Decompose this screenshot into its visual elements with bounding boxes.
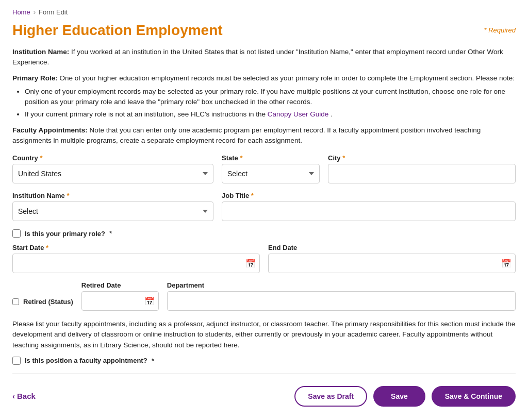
- department-label: Department: [167, 281, 516, 289]
- primary-role-info: Primary Role: One of your higher educati…: [12, 73, 516, 120]
- jobtitle-group: Job Title *: [222, 192, 516, 221]
- jobtitle-input[interactable]: [222, 201, 516, 221]
- faculty-appointment-checkbox[interactable]: [12, 357, 21, 365]
- startdate-group: Start Date * 📅: [12, 244, 260, 273]
- city-group: City *: [328, 154, 516, 183]
- institution-select-wrapper: Select: [12, 201, 213, 221]
- faculty-appointments-info: Faculty Appointments: Note that you can …: [12, 125, 516, 146]
- required-note: * Required: [484, 26, 516, 34]
- back-button[interactable]: ‹ Back: [12, 392, 36, 400]
- retired-row: Retired (Status) Retired Date 📅 Departme…: [12, 281, 516, 311]
- retired-checkbox-group: Retired (Status): [12, 281, 73, 306]
- country-group: Country * United States Canada Other: [12, 154, 213, 183]
- state-group: State * Select Alabama Alaska Arizona: [222, 154, 320, 183]
- enddate-input[interactable]: [268, 254, 516, 273]
- breadcrumb: Home › Form Edit: [12, 8, 516, 16]
- country-select[interactable]: United States Canada Other: [12, 164, 213, 183]
- institution-name-label: Institution Name:: [12, 48, 69, 56]
- faculty-appointment-row: Is this position a faculty appointment? …: [12, 357, 516, 365]
- retired-date-group: Retired Date 📅: [81, 281, 159, 311]
- country-label: Country *: [12, 154, 213, 162]
- primary-role-checkbox-label: Is this your primary role?: [25, 230, 105, 238]
- enddate-group: End Date 📅: [268, 244, 516, 273]
- canopy-user-guide-link[interactable]: Canopy User Guide: [268, 110, 329, 118]
- jobtitle-label: Job Title *: [222, 192, 516, 199]
- save-button[interactable]: Save: [373, 386, 425, 407]
- startdate-label: Start Date *: [12, 244, 260, 251]
- faculty-label: Faculty Appointments:: [12, 126, 88, 134]
- city-input[interactable]: [328, 164, 516, 183]
- startdate-input[interactable]: [12, 254, 260, 273]
- institution-name-text: If you worked at an institution in the U…: [12, 48, 503, 66]
- state-label: State *: [222, 154, 320, 162]
- form-section: Country * United States Canada Other Sta…: [12, 154, 516, 365]
- department-group: Department: [167, 281, 516, 311]
- save-draft-button[interactable]: Save as Draft: [294, 386, 367, 407]
- primary-role-row: Is this your primary role? *: [12, 229, 516, 238]
- retired-checkbox[interactable]: [12, 298, 19, 305]
- department-input[interactable]: [167, 291, 516, 311]
- save-continue-button[interactable]: Save & Continue: [432, 386, 516, 407]
- breadcrumb-home[interactable]: Home: [12, 8, 30, 16]
- chevron-left-icon: ‹: [12, 392, 15, 400]
- institution-select[interactable]: Select: [12, 201, 213, 221]
- institution-name-field-label: Institution Name *: [12, 192, 213, 199]
- startdate-wrapper: 📅: [12, 254, 260, 273]
- footer-bar: ‹ Back Save as Draft Save Save & Continu…: [12, 373, 516, 407]
- row-dates: Start Date * 📅 End Date 📅: [12, 244, 516, 273]
- retired-date-wrapper: 📅: [81, 291, 159, 311]
- state-select-wrapper: Select Alabama Alaska Arizona: [222, 164, 320, 183]
- faculty-appointment-info: Please list your faculty appointments, i…: [12, 319, 516, 350]
- primary-role-list: Only one of your employment records may …: [25, 87, 516, 120]
- row-country-state-city: Country * United States Canada Other Sta…: [12, 154, 516, 183]
- faculty-appointment-label: Is this position a faculty appointment?: [25, 357, 147, 364]
- primary-role-label: Primary Role:: [12, 74, 58, 82]
- country-select-wrapper: United States Canada Other: [12, 164, 213, 183]
- primary-role-checkbox[interactable]: [12, 229, 21, 238]
- retired-date-label: Retired Date: [81, 281, 159, 289]
- retired-label: Retired (Status): [23, 298, 73, 306]
- bullet-2: If your current primary role is not at a…: [25, 109, 516, 120]
- page-header: Higher Education Employment * Required: [12, 22, 516, 39]
- retired-date-input[interactable]: [81, 291, 159, 311]
- footer-actions: Save as Draft Save Save & Continue: [294, 386, 516, 407]
- primary-role-text: One of your higher education employment …: [60, 74, 515, 82]
- row-institution-jobtitle: Institution Name * Select Job Title *: [12, 192, 516, 221]
- institution-name-info: Institution Name: If you worked at an in…: [12, 47, 516, 68]
- breadcrumb-current: Form Edit: [39, 8, 68, 16]
- city-label: City *: [328, 154, 516, 162]
- enddate-wrapper: 📅: [268, 254, 516, 273]
- bullet-1: Only one of your employment records may …: [25, 87, 516, 108]
- breadcrumb-separator: ›: [34, 8, 36, 16]
- state-select[interactable]: Select Alabama Alaska Arizona: [222, 164, 320, 183]
- enddate-label: End Date: [268, 244, 516, 251]
- institution-group: Institution Name * Select: [12, 192, 213, 221]
- back-label: Back: [17, 392, 36, 400]
- page-title: Higher Education Employment: [12, 22, 223, 39]
